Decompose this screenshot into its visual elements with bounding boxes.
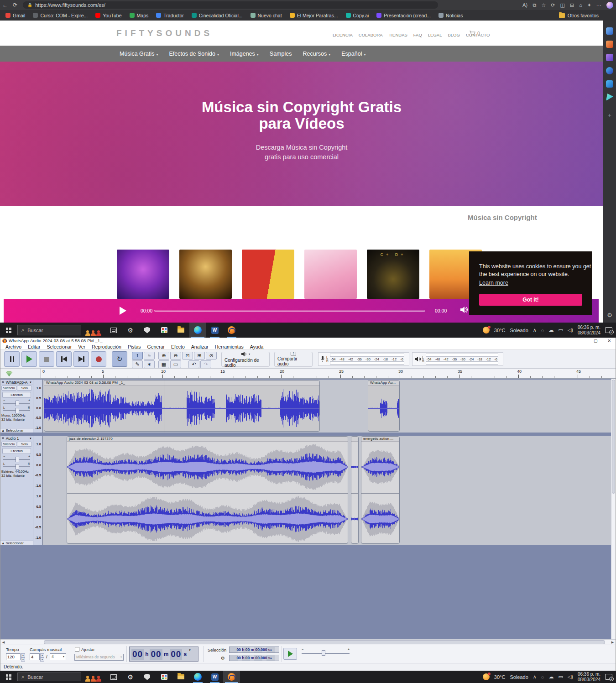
fit-selection-button[interactable]: ⊡: [182, 352, 193, 360]
silence-audio-button[interactable]: ▭: [170, 360, 181, 368]
edge-app-icon[interactable]: [189, 671, 206, 683]
address-bar[interactable]: 🔒 https://www.fiftysounds.com/es/: [23, 1, 438, 9]
favorite-item[interactable]: YouTube: [95, 13, 121, 18]
favorite-item[interactable]: Nuevo chat: [251, 13, 282, 18]
gain-slider[interactable]: −+: [3, 399, 30, 406]
menu-item[interactable]: Seleccionar: [43, 344, 75, 349]
track-1-name[interactable]: WhatsApp-A: [6, 380, 28, 385]
sidebar-designer-icon[interactable]: [606, 27, 613, 35]
favorite-item[interactable]: Gmail: [5, 13, 25, 18]
favorite-item[interactable]: Maps: [130, 13, 149, 18]
settings-app-icon[interactable]: ⚙: [122, 323, 139, 338]
track-close-icon[interactable]: ✕: [1, 380, 5, 384]
menu-item[interactable]: Ver: [75, 344, 89, 349]
selection-tool-button[interactable]: I: [132, 352, 143, 360]
timesig-denominator[interactable]: 4 ▾: [50, 653, 66, 660]
effects-button[interactable]: Efectos: [2, 448, 31, 454]
top-link[interactable]: BLOG: [448, 32, 459, 37]
cart-button[interactable]: 0: [469, 31, 480, 36]
refresh-sync-icon[interactable]: ⟳: [551, 2, 555, 8]
volume-icon[interactable]: ◁): [568, 327, 573, 333]
menu-item[interactable]: Reproducción: [89, 344, 125, 349]
favorite-item[interactable]: El Mejor Parafras...: [290, 13, 338, 18]
audacity-titlebar[interactable]: WhatsApp-Audio-2024-03-08-at-5.58.08-PM-…: [0, 338, 616, 344]
read-aloud-icon[interactable]: A⟩: [522, 2, 528, 8]
horizontal-scrollbar[interactable]: ◀ ▶: [0, 639, 616, 645]
close-button[interactable]: ✕: [607, 339, 611, 343]
multi-tool-button[interactable]: ∗: [144, 360, 155, 368]
clip-title[interactable]: [351, 437, 358, 442]
sidebar-settings-icon[interactable]: ⚙: [607, 312, 612, 318]
album-cover-guitar-red[interactable]: [242, 250, 294, 299]
favorite-item[interactable]: Noticias: [439, 13, 463, 18]
zoom-in-button[interactable]: ⊕: [158, 352, 169, 360]
top-link[interactable]: COLABORA: [359, 32, 383, 37]
file-explorer-icon[interactable]: [172, 323, 189, 338]
scroll-left-icon[interactable]: ◀: [0, 640, 6, 645]
menu-item[interactable]: Herramientas: [212, 344, 247, 349]
track-1-panel[interactable]: ✕ WhatsApp-A ▼ Silencio Solo Efectos −+ …: [0, 380, 33, 433]
volume-icon[interactable]: ◁): [568, 674, 573, 680]
network-icon[interactable]: ▭: [558, 674, 563, 680]
back-icon[interactable]: ←: [0, 2, 10, 8]
timesig-numerator[interactable]: 4: [30, 653, 40, 660]
weather-temp[interactable]: 30°C: [494, 674, 506, 680]
track-2-content[interactable]: jazz-de-elevador-2-157370 energetic-acti…: [43, 436, 607, 545]
zoom-out-button[interactable]: ⊖: [170, 352, 181, 360]
minimize-button[interactable]: —: [579, 339, 584, 343]
clip-title[interactable]: WhatsApp-Audio-2024-03-08-at-5.58.08-PM-…: [44, 381, 319, 386]
scroll-right-icon[interactable]: ▶: [610, 640, 616, 645]
stop-button[interactable]: [39, 351, 54, 367]
record-button[interactable]: [91, 351, 106, 367]
site-logo[interactable]: FIFTYSOUNDS: [116, 28, 213, 38]
track-1-content[interactable]: WhatsApp-Audio-2024-03-08-at-5.58.08-PM-…: [43, 380, 607, 433]
zoom-toggle-button[interactable]: ⊘: [206, 352, 217, 360]
menu-item[interactable]: Archivo: [2, 344, 25, 349]
player-play-icon[interactable]: [120, 307, 126, 315]
menu-item[interactable]: Pistas: [125, 344, 144, 349]
task-view-button[interactable]: [105, 671, 122, 683]
audio-clip[interactable]: jazz-de-elevador-2-157370: [67, 436, 348, 544]
tray-chevron-icon[interactable]: ∧: [533, 674, 537, 680]
pan-slider[interactable]: LR: [3, 406, 30, 413]
screenshot-icon[interactable]: ⧉: [533, 2, 537, 8]
track-2-name[interactable]: Audio 1: [6, 436, 19, 441]
nav-item[interactable]: Español▾: [341, 51, 365, 57]
notification-center-icon[interactable]: 2: [605, 674, 612, 680]
taskbar-clock[interactable]: 06:36 p. m. 08/03/2024: [578, 672, 600, 683]
favorite-item[interactable]: Presentación (cread...: [376, 13, 431, 18]
weather-icon[interactable]: [483, 327, 490, 334]
audio-clip[interactable]: energetic-action-...: [361, 436, 400, 544]
weather-temp[interactable]: 30°C: [494, 328, 506, 333]
word-app-icon[interactable]: W: [206, 323, 223, 338]
settings-app-icon[interactable]: ⚙: [122, 671, 139, 683]
selection-settings-gear-icon[interactable]: ⚙: [221, 656, 225, 661]
snap-checkbox[interactable]: [75, 647, 79, 652]
maximize-button[interactable]: ▢: [594, 339, 598, 343]
weather-icon[interactable]: [483, 673, 490, 680]
favorite-item[interactable]: Curso: COM - Expre...: [33, 13, 88, 18]
scrollbar-thumb[interactable]: [44, 640, 605, 644]
tray-app-icon[interactable]: ◌: [541, 674, 544, 680]
redo-button[interactable]: ↷: [200, 360, 211, 368]
menu-item[interactable]: Efecto: [168, 344, 188, 349]
learn-more-link[interactable]: Learn more: [479, 280, 508, 286]
start-button[interactable]: [0, 671, 17, 683]
other-favorites[interactable]: Otros favoritos: [559, 13, 599, 18]
start-button[interactable]: [0, 323, 17, 338]
clip-title[interactable]: energetic-action-...: [361, 437, 399, 442]
more-menu-icon[interactable]: ⋯: [596, 2, 601, 8]
recording-meter[interactable]: LR -54-48-42-36-30-24-18-12-6: [318, 352, 409, 366]
tempo-input[interactable]: 120: [6, 653, 21, 660]
clip-title[interactable]: WhatsApp-Au...: [368, 381, 399, 386]
sidebar-plane-icon[interactable]: [606, 94, 613, 101]
track-close-icon[interactable]: ✕: [1, 436, 5, 440]
people-icon[interactable]: [81, 323, 105, 338]
loop-pin-icon[interactable]: [6, 371, 12, 376]
track-menu-caret-icon[interactable]: ▼: [29, 381, 32, 384]
selection-end-field[interactable]: 00 h 00 m 00.000 s▾: [229, 655, 279, 661]
timesig-spinner[interactable]: ▲▼: [40, 653, 44, 660]
onedrive-cloud-icon[interactable]: ☁: [548, 674, 553, 680]
skip-end-button[interactable]: [73, 351, 89, 367]
edge-app-icon[interactable]: [189, 323, 206, 338]
